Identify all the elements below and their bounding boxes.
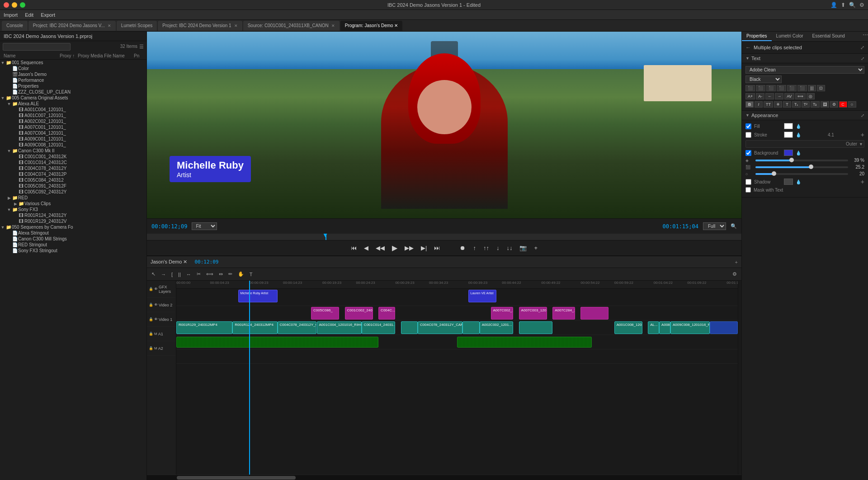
text-section-expand-icon[interactable]: ⤢ <box>861 56 864 61</box>
search-input[interactable] <box>3 43 71 51</box>
indent-left-icon[interactable]: ← <box>765 93 774 99</box>
color-icon[interactable]: C <box>839 101 847 108</box>
video2-track[interactable]: C005C086_ C001C002_2401... C004C... A007… <box>176 306 738 320</box>
export-frame-button[interactable]: 📷 <box>518 245 528 251</box>
menu-edit[interactable]: Edit <box>25 12 33 18</box>
font-selector[interactable]: Adobe Clean Arial Helvetica <box>745 66 864 74</box>
tab-project2-close[interactable]: ✕ <box>234 24 238 28</box>
shadow-color-swatch[interactable] <box>784 179 793 185</box>
tab-lumetri[interactable]: Lumetri Scopes <box>117 21 157 31</box>
align-right-icon[interactable]: ⬛ <box>766 85 776 91</box>
align-left-icon[interactable]: ⬛ <box>745 85 755 91</box>
tree-item-a007c004[interactable]: 🎞A007C004_120101_ <box>0 130 146 136</box>
radius-slider[interactable] <box>755 173 848 175</box>
step-back-button[interactable]: ◀ <box>362 245 370 251</box>
audio-clip-a1-1[interactable] <box>176 337 378 348</box>
rewind-button[interactable]: ◀◀ <box>374 245 387 251</box>
insert-button[interactable]: ↓ <box>495 245 501 251</box>
overwrite-button[interactable]: ↓↓ <box>505 245 514 251</box>
clip-v2-3[interactable]: C004C... <box>378 307 395 320</box>
clip-v1-6[interactable] <box>401 321 418 334</box>
clip-v1-12[interactable]: AL... <box>648 321 659 334</box>
tree-item-performance[interactable]: 📄Performance <box>0 77 146 83</box>
expand-icon[interactable]: ⤢ <box>860 45 864 51</box>
opacity-slider[interactable] <box>755 160 848 161</box>
clip-michelle-ruby[interactable]: Michelle Ruby Artist <box>238 290 278 302</box>
tree-item-a007c001[interactable]: 🎞A007C001_120101_ <box>0 124 146 130</box>
mask-with-text-checkbox[interactable] <box>745 187 751 193</box>
size-slider[interactable] <box>755 166 848 168</box>
ripple-edit-tool[interactable]: [ <box>170 271 175 278</box>
tree-item-canon-c300[interactable]: ▼📁Canon C300 Mk II <box>0 148 146 154</box>
razor-tool[interactable]: ✂ <box>195 270 203 278</box>
indent-right-icon[interactable]: → <box>775 93 783 99</box>
tree-item-r001r124[interactable]: 🎞R001R124_240312Y <box>0 212 146 218</box>
tree-arrow-red[interactable]: ▶ <box>6 196 12 200</box>
maximize-button[interactable] <box>20 2 25 8</box>
clip-v1-4[interactable]: A001C004_1201016_RIHC... <box>317 321 362 334</box>
extract-button[interactable]: ↑↑ <box>481 245 491 251</box>
tree-item-c001c014[interactable]: 🎞C001C014_240312C <box>0 160 146 165</box>
hand-tool[interactable]: ✋ <box>236 270 246 278</box>
reset-position-icon[interactable]: ⊡ <box>817 85 825 91</box>
tree-item-jasons-demo[interactable]: 🎬Jason's Demo <box>0 71 146 77</box>
timeline-ruler[interactable]: 00:00:00 00:00:04:23 00:00:09:23 00:00:1… <box>176 281 738 289</box>
user-icon[interactable]: 👤 <box>830 2 837 8</box>
tree-item-color[interactable]: 📄Color <box>0 66 146 71</box>
color-selector[interactable]: Black White Custom <box>745 75 782 83</box>
stroke-checkbox[interactable] <box>745 132 751 138</box>
go-to-out-button[interactable]: ⏭ <box>432 245 442 251</box>
tree-item-c005c092[interactable]: 🎞C005C092_240312Y <box>0 189 146 195</box>
tree-item-canon-c300-mill[interactable]: 📄Canon C300 Mill Strings <box>0 236 146 242</box>
audio-clip-a1-2[interactable] <box>457 337 592 348</box>
strikethrough-icon[interactable]: T <box>774 101 782 108</box>
tree-item-050-sequences[interactable]: ▼📁050 Sequences by Camera Fo <box>0 224 146 230</box>
tree-item-alexa-stringout[interactable]: 📄Alexa Stringout <box>0 230 146 236</box>
tree-item-alexa-ale[interactable]: ▼📁Alexa ALE <box>0 101 146 107</box>
tree-item-r001r129[interactable]: 🎞R001R129_240312V <box>0 218 146 224</box>
add-shadow-button[interactable]: + <box>861 178 864 185</box>
step-forward-button[interactable]: ▶| <box>419 245 429 251</box>
timeline-scrollbar[interactable] <box>147 475 741 480</box>
add-stroke-button[interactable]: + <box>861 131 864 138</box>
tab-properties[interactable]: Properties <box>742 32 772 41</box>
track-v1-lock[interactable]: 🔒 <box>149 317 153 321</box>
outer-dropdown-icon[interactable]: ▼ <box>859 142 863 146</box>
param-icon[interactable]: ◎ <box>807 93 815 99</box>
tree-arrow-sony-fx3[interactable]: ▼ <box>6 207 12 212</box>
tree-item-various-clips[interactable]: ▶📁Various Clips <box>0 201 146 207</box>
all-caps-icon[interactable]: T <box>783 101 791 108</box>
record-button[interactable]: ⏺ <box>458 245 467 251</box>
track-v1-eye[interactable]: 👁 <box>154 317 158 321</box>
clip-v2-7[interactable] <box>580 307 609 320</box>
tree-arrow-050-sequences[interactable]: ▼ <box>0 225 5 230</box>
tree-arrow-alexa-ale[interactable]: ▼ <box>6 102 12 106</box>
tree-item-c004c074[interactable]: 🎞C004C074_240312P <box>0 171 146 177</box>
tree-item-c004c078[interactable]: 🎞C004C078_240312Y <box>0 165 146 171</box>
background-eyedropper-icon[interactable]: 💧 <box>796 151 801 155</box>
opacity-icon[interactable]: ○ <box>848 101 856 108</box>
video-canvas[interactable]: Michelle Ruby Artist <box>147 32 741 218</box>
slip-tool[interactable]: ⟺ <box>204 270 215 278</box>
tree-arrow-various-clips[interactable]: ▶ <box>13 202 18 206</box>
align-center-icon[interactable]: ⬛ <box>756 85 765 91</box>
shadow-eyedropper-icon[interactable]: 💧 <box>796 179 801 184</box>
align-middle-icon[interactable]: ⬛ <box>787 85 797 91</box>
italic-icon[interactable]: I <box>755 101 763 108</box>
small-caps-icon[interactable]: Tₛ <box>792 101 801 108</box>
slide-tool[interactable]: ⇔ <box>217 270 225 278</box>
go-to-in-button[interactable]: ⏮ <box>349 245 359 251</box>
tab-lumetri-color[interactable]: Lumetri Color <box>772 32 808 41</box>
tree-item-properties[interactable]: 📄Properties <box>0 83 146 89</box>
stroke-color-swatch[interactable] <box>784 132 793 138</box>
play-button[interactable]: ▶ <box>390 244 399 252</box>
panel-menu-icon[interactable]: ☰ <box>139 44 144 50</box>
track-gfx-lock[interactable]: 🔒 <box>149 287 153 291</box>
distribute-icon[interactable]: ||| <box>808 85 816 91</box>
fit-selector[interactable]: Fit 25% 50% 100% <box>192 222 217 230</box>
clip-v1-10[interactable] <box>519 321 553 334</box>
track-gfx-eye[interactable]: 👁 <box>154 287 158 291</box>
settings-icon[interactable]: ⚙ <box>859 2 864 8</box>
tab-source[interactable]: Source: C001C001_240311XB_CANON ✕ <box>243 21 340 31</box>
tree-item-a009c008[interactable]: 🎞A009C008_120101_ <box>0 142 146 148</box>
